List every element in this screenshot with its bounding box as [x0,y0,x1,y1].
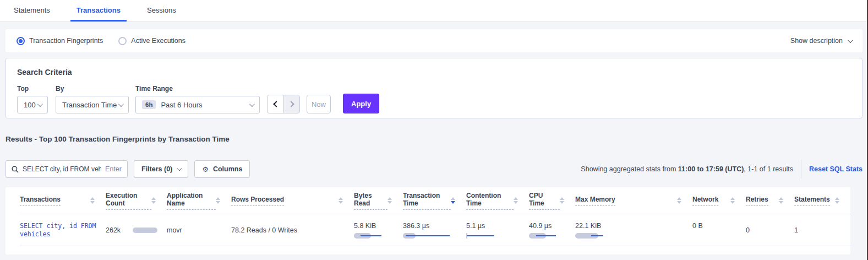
gear-icon: ⚙ [202,165,209,174]
results-toolbar: Enter Filters (0) ⚙ Columns Showing aggr… [6,160,862,178]
column-header-network[interactable]: Network [692,196,746,206]
radio-transaction-fingerprints[interactable]: Transaction Fingerprints [17,37,103,45]
columns-button[interactable]: ⚙ Columns [194,160,250,178]
column-header-statements[interactable]: Statements [794,196,850,206]
vertical-divider [801,160,801,178]
show-description-toggle[interactable]: Show description [790,37,851,45]
reset-sql-stats-link[interactable]: Reset SQL Stats [809,165,862,173]
stats-time-range: 11:00 to 17:59 (UTC) [678,165,744,173]
by-select-value: Transaction Time [62,101,117,109]
cell-bytes-read: 5.8 KiB [354,214,403,246]
column-header-transaction-time[interactable]: Transaction Time [403,192,466,210]
contention-time-bar [466,233,516,239]
sort-icon [730,197,735,204]
top-tab-bar: Statements Transactions Sessions [0,0,868,22]
cell-cpu-time: 40.9 µs [529,214,575,246]
top-select-value: 100 [24,101,36,109]
radio-active-executions[interactable]: Active Executions [118,37,185,45]
cell-retries: 0 [746,226,794,234]
chevron-down-icon [848,37,853,43]
sort-icon [514,197,518,204]
column-header-rows-processed[interactable]: Rows Processed [231,196,354,206]
time-range-next-button[interactable] [283,95,299,113]
sort-icon [90,197,95,204]
search-icon [12,166,19,173]
filters-button-label: Filters (0) [141,165,172,173]
radio-label-fingerprints: Transaction Fingerprints [29,37,103,45]
aggregated-stats-area: Showing aggregated stats from 11:00 to 1… [581,160,862,178]
transaction-fingerprint-link[interactable]: SELECT city, id FROM vehicles [20,222,106,239]
column-header-max-memory[interactable]: Max Memory [575,196,692,206]
chevron-down-icon [249,101,255,107]
sort-icon [387,197,392,204]
max-memory-bar [575,233,625,239]
by-select[interactable]: Transaction Time [56,96,129,113]
column-header-application-name[interactable]: Application Name [167,192,231,210]
transactions-table-panel: Transactions Execution Count Application… [6,187,850,254]
cpu-time-bar [529,233,578,239]
time-range-select[interactable]: 6h Past 6 Hours [135,96,260,113]
cell-max-memory: 22.1 KiB [575,214,692,246]
sort-icon [339,197,343,204]
by-field-label: By [56,85,135,93]
chevron-right-icon [288,101,294,107]
show-description-label: Show description [790,37,843,45]
chevron-down-icon [37,101,43,107]
filters-button[interactable]: Filters (0) [134,160,188,178]
chevron-left-icon [273,101,279,107]
column-header-execution-count[interactable]: Execution Count [106,192,167,210]
sort-icon [677,197,681,204]
aggregated-stats-text: Showing aggregated stats from 11:00 to 1… [581,165,793,173]
apply-button[interactable]: Apply [343,94,379,113]
tab-statements[interactable]: Statements [8,0,56,21]
execution-count-bar [133,228,157,233]
tab-sessions[interactable]: Sessions [141,0,182,21]
sort-icon [779,197,783,204]
column-header-retries[interactable]: Retries [746,196,794,206]
tab-transactions[interactable]: Transactions [70,0,127,21]
table-row: SELECT city, id FROM vehicles 262k movr … [20,214,850,246]
view-toggle-panel: Transaction Fingerprints Active Executio… [6,29,862,52]
bytes-read-bar [354,233,403,239]
columns-button-label: Columns [213,165,242,173]
cell-network: 0 B [692,214,746,230]
chevron-down-icon [177,166,182,170]
time-range-value: Past 6 Hours [161,101,202,109]
time-range-prev-button[interactable] [268,95,283,113]
cell-application-name: movr [167,226,231,234]
time-range-badge: 6h [142,100,156,109]
transaction-time-bar [403,233,452,239]
search-criteria-panel: Search Criteria Top 100 By Transaction T… [6,58,862,118]
sql-search-input[interactable] [23,165,101,173]
column-header-contention-time[interactable]: Contention Time [466,192,529,210]
radio-label-active-executions: Active Executions [131,37,185,45]
column-header-cpu-time[interactable]: CPU Time [529,192,575,210]
table-header-row: Transactions Execution Count Application… [20,187,850,214]
time-range-field-label: Time Range [135,85,267,93]
sql-search-box[interactable]: Enter [6,160,128,178]
now-button[interactable]: Now [307,95,331,113]
column-header-bytes-read[interactable]: Bytes Read [354,192,403,210]
chevron-down-icon [118,101,124,107]
cell-execution-count: 262k [106,226,167,234]
radio-unselected-icon [118,37,127,45]
cell-statements: 1 [794,226,850,234]
results-heading: Results - Top 100 Transaction Fingerprin… [6,135,868,144]
enter-hint: Enter [105,165,122,173]
cell-transaction-fingerprint: SELECT city, id FROM vehicles [20,222,106,239]
cell-transaction-time: 386.3 µs [403,214,466,246]
sort-icon [835,197,839,204]
sort-icon [216,197,220,204]
top-field-label: Top [17,85,56,93]
search-criteria-title: Search Criteria [17,68,851,77]
top-select[interactable]: 100 [17,96,48,113]
cell-contention-time: 5.1 µs [466,214,529,246]
column-header-transactions[interactable]: Transactions [20,196,106,206]
radio-selected-icon [17,37,25,45]
time-range-stepper [267,95,300,113]
sort-icon [560,197,564,204]
sort-icon-active-desc [451,197,455,204]
cell-rows-processed: 78.2 Reads / 0 Writes [231,226,354,234]
sort-icon [151,197,156,204]
